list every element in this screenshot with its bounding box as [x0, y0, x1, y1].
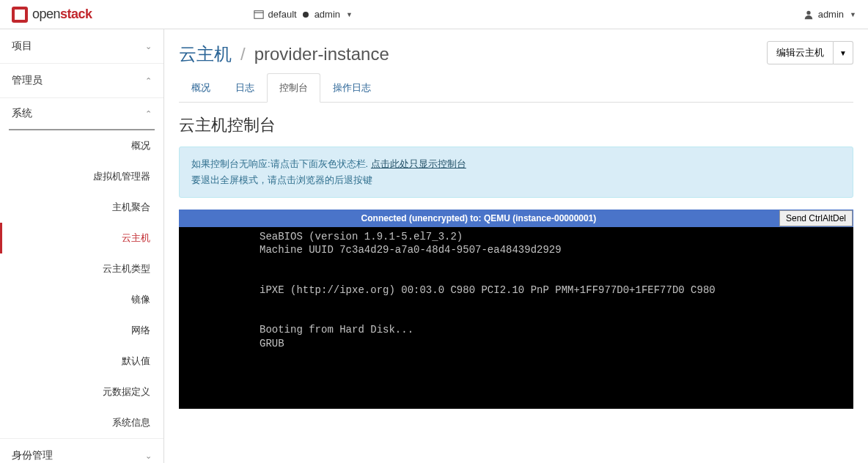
tab-overview[interactable]: 概况 [179, 73, 223, 103]
separator-dot-icon [303, 12, 309, 18]
tabs: 概况 日志 控制台 操作日志 [179, 73, 853, 103]
breadcrumb-parent[interactable]: 云主机 [179, 42, 232, 66]
domain-icon [254, 10, 264, 20]
nav-admin[interactable]: 管理员 ⌃ [0, 64, 163, 97]
project-label: admin [315, 9, 340, 20]
console-status-bar[interactable]: Connected (unencrypted) to: QEMU (instan… [179, 210, 853, 227]
nav-project[interactable]: 项目 ⌄ [0, 29, 163, 63]
domain-label: default [268, 9, 297, 20]
tab-console[interactable]: 控制台 [267, 73, 320, 103]
logo[interactable]: openstack [12, 7, 92, 23]
caret-down-icon: ▼ [346, 11, 353, 18]
sidebar: 项目 ⌄ 管理员 ⌃ 系统 ⌃ 概况 虚拟机管理器 主机聚合 云主机 云主机类型… [0, 29, 164, 463]
chevron-up-icon: ⌃ [145, 109, 152, 119]
main-content: 编辑云主机 ▼ 云主机 / provider-instance 概况 日志 控制… [164, 29, 868, 463]
breadcrumb-separator: / [240, 44, 246, 64]
info-link[interactable]: 点击此处只显示控制台 [371, 158, 466, 169]
sidebar-item-overview[interactable]: 概况 [0, 130, 163, 161]
brand-text: openstack [32, 7, 92, 22]
sidebar-item-hypervisors[interactable]: 虚拟机管理器 [0, 161, 163, 192]
breadcrumb: 云主机 / provider-instance [179, 42, 767, 66]
sidebar-item-host-aggregates[interactable]: 主机聚合 [0, 192, 163, 223]
chevron-up-icon: ⌃ [145, 76, 152, 86]
action-button-group: 编辑云主机 ▼ [767, 41, 853, 64]
svg-rect-0 [254, 10, 262, 18]
page-title: 云主机控制台 [179, 114, 853, 136]
console-output[interactable]: SeaBIOS (version 1.9.1-5.el7_3.2) Machin… [179, 227, 853, 409]
chevron-down-icon: ⌄ [145, 42, 152, 51]
context-switcher[interactable]: default admin ▼ [254, 9, 353, 20]
caret-down-icon: ▼ [850, 11, 856, 18]
console-status-text: Connected (unencrypted) to: QEMU (instan… [179, 213, 779, 223]
sidebar-item-defaults[interactable]: 默认值 [0, 346, 163, 377]
user-label: admin [818, 9, 844, 20]
nav-identity[interactable]: 身份管理 ⌄ [0, 439, 163, 463]
send-ctrlaltdel-button[interactable]: Send CtrlAltDel [779, 210, 853, 226]
breadcrumb-current: provider-instance [254, 44, 389, 64]
info-banner: 如果控制台无响应:请点击下面灰色状态栏. 点击此处只显示控制台 要退出全屏模式，… [179, 147, 853, 198]
sidebar-item-instances[interactable]: 云主机 [0, 223, 163, 253]
info-text-2: 要退出全屏模式，请点击浏览器的后退按键 [191, 174, 841, 187]
user-menu[interactable]: admin ▼ [803, 9, 856, 20]
nav-system[interactable]: 系统 ⌃ [0, 97, 163, 129]
sidebar-item-networks[interactable]: 网络 [0, 315, 163, 346]
info-text: 如果控制台无响应:请点击下面灰色状态栏. [191, 158, 368, 169]
edit-instance-button[interactable]: 编辑云主机 [767, 41, 834, 64]
sidebar-item-images[interactable]: 镜像 [0, 284, 163, 315]
tab-log[interactable]: 日志 [223, 73, 267, 103]
sidebar-item-metadata[interactable]: 元数据定义 [0, 377, 163, 407]
tab-actionlog[interactable]: 操作日志 [320, 73, 383, 103]
chevron-down-icon: ⌄ [145, 451, 152, 461]
user-icon [803, 10, 814, 20]
sidebar-item-sysinfo[interactable]: 系统信息 [0, 407, 163, 438]
topbar: openstack default admin ▼ admin ▼ [0, 0, 868, 29]
sidebar-item-flavors[interactable]: 云主机类型 [0, 253, 163, 284]
openstack-logo-icon [12, 7, 28, 23]
svg-point-2 [806, 10, 810, 14]
action-dropdown-toggle[interactable]: ▼ [834, 41, 853, 64]
vnc-console: Connected (unencrypted) to: QEMU (instan… [179, 210, 853, 409]
